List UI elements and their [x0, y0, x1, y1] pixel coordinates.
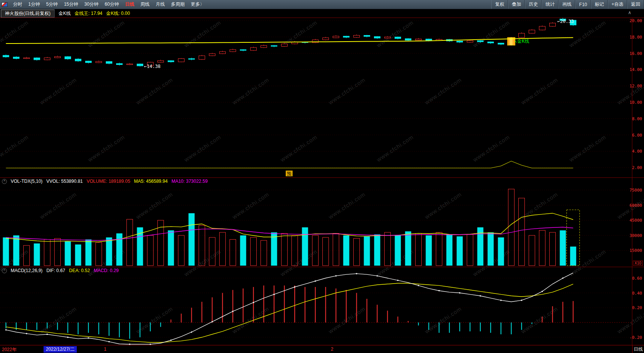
dif-marker: [88, 337, 89, 338]
dif-marker: [521, 300, 522, 301]
period-tab-9[interactable]: 多周期: [168, 0, 188, 9]
candle: [168, 61, 174, 62]
macd-axis-label: 0.40: [632, 291, 642, 296]
volume-bar: [385, 232, 391, 266]
collapse-volume-icon[interactable]: ^: [2, 179, 7, 184]
month-marker: 1: [104, 347, 107, 352]
month-marker: 2: [331, 347, 333, 352]
dif-marker: [26, 333, 27, 334]
price-axis-label: 16.00: [629, 51, 642, 56]
toolbar-button-1[interactable]: 叠加: [508, 0, 525, 9]
candle: [158, 61, 164, 62]
volume-bar: [343, 235, 350, 266]
toolbar-button-5[interactable]: F10: [575, 0, 591, 9]
toolbar-button-0[interactable]: 复权: [491, 0, 508, 9]
toolbar-button-2[interactable]: 历史: [525, 0, 542, 9]
candle: [498, 43, 504, 44]
period-tab-7[interactable]: 周线: [137, 0, 152, 9]
volume-bar: [426, 235, 432, 266]
candle: [529, 30, 535, 34]
price-axis-label: 20.00: [629, 18, 642, 23]
candle: [209, 54, 215, 56]
period-tab-1[interactable]: 1分钟: [25, 0, 43, 9]
goldline-king-value: 金线王: 17.94: [74, 10, 102, 17]
volume-bar: [230, 239, 236, 266]
candle: [199, 56, 205, 60]
goldline-value: 金K线: 0.00: [106, 10, 130, 17]
dif-marker: [294, 287, 295, 288]
candle: [127, 64, 133, 64]
volume-bar: [34, 243, 40, 266]
toolbar-button-8[interactable]: 返回: [627, 0, 644, 9]
toolbar-button-3[interactable]: 统计: [542, 0, 558, 9]
volume-indicator-title: VOL-TDX(5,10): [11, 179, 42, 184]
volume-bar: [199, 225, 205, 266]
volume-bar: [354, 239, 360, 266]
candle: [271, 45, 277, 46]
dif-marker: [108, 341, 110, 342]
volume-bar: [137, 227, 143, 266]
candle: [13, 57, 19, 58]
volume-bar: [519, 198, 525, 266]
toolbar-button-7[interactable]: +自选: [608, 0, 627, 9]
dif-marker: [212, 321, 213, 322]
period-tab-0[interactable]: 分时: [10, 0, 25, 9]
volume-bar: [127, 219, 133, 266]
app-icon[interactable]: [2, 2, 8, 7]
dif-marker: [150, 344, 151, 345]
candle: [261, 45, 267, 47]
dif-marker: [315, 280, 316, 282]
dif-marker: [253, 302, 254, 303]
toolbar-button-6[interactable]: 标记: [591, 0, 608, 9]
year-label: 2022年: [2, 347, 17, 353]
period-tab-3[interactable]: 15分钟: [61, 0, 81, 9]
candle: [65, 56, 71, 59]
candle: [312, 40, 319, 43]
tdx-trading-window: 分时1分钟5分钟15分钟30分钟60分钟日线周线月线多周期更多〉 复权叠加历史统…: [0, 0, 644, 353]
chart-tab-bar: 神火股份(日线,前复权) 金K线 金线王: 17.94 金K线: 0.00 ∧: [0, 9, 644, 18]
dif-marker: [232, 311, 233, 312]
price-axis-label: 6.00: [632, 133, 642, 138]
toolbar-button-4[interactable]: 画线: [558, 0, 575, 9]
chart-annotation: 预: [287, 171, 291, 176]
period-indicator[interactable]: 日线: [632, 345, 644, 353]
period-tab-5[interactable]: 60分钟: [102, 0, 122, 9]
dif-marker: [562, 277, 563, 279]
volume-bar: [539, 230, 545, 266]
volume-bar: [323, 237, 329, 266]
volume-axis-label: 30000: [629, 233, 642, 238]
volume-bar: [168, 230, 174, 266]
main-kline-pane[interactable]: 20.0018.0016.0014.0012.0010.008.006.004.…: [0, 18, 644, 177]
period-tab-8[interactable]: 月线: [152, 0, 168, 9]
candle: [477, 40, 484, 42]
period-tab-2[interactable]: 5分钟: [43, 0, 61, 9]
volume-axis-label: 60000: [629, 203, 642, 208]
volume-bar: [282, 234, 288, 266]
volume-axis-label: 75000: [629, 188, 642, 193]
period-tab-10[interactable]: 更多〉: [188, 0, 207, 9]
dif-marker: [418, 285, 419, 286]
top-toolbar: 分时1分钟5分钟15分钟30分钟60分钟日线周线月线多周期更多〉 复权叠加历史统…: [0, 0, 644, 9]
volume-bar: [570, 247, 576, 266]
period-tab-6[interactable]: 日线: [122, 0, 137, 9]
candle: [189, 59, 195, 60]
volume-pane[interactable]: 7500060000450003000015000: [0, 177, 644, 267]
volume-bar: [395, 235, 401, 266]
macd-value: MACD: 0.29: [94, 268, 118, 273]
candle: [374, 37, 380, 38]
candle: [364, 35, 370, 37]
period-tab-4[interactable]: 30分钟: [81, 0, 102, 9]
chevron-up-icon[interactable]: ∧: [628, 10, 631, 15]
candle: [24, 58, 30, 58]
volume-bar: [106, 237, 112, 266]
collapse-macd-icon[interactable]: ^: [2, 268, 7, 273]
candle: [457, 41, 463, 42]
macd-pane[interactable]: 0.600.400.20-0.20: [0, 267, 644, 345]
volume-bar: [209, 237, 215, 266]
dif-marker: [191, 332, 192, 333]
volume-bar: [498, 237, 504, 266]
volume-bar: [3, 237, 9, 266]
current-date-chip[interactable]: 2022/12/27/二: [44, 346, 77, 353]
stock-tab[interactable]: 神火股份(日线,前复权): [1, 10, 55, 18]
volume-bar: [436, 232, 442, 266]
